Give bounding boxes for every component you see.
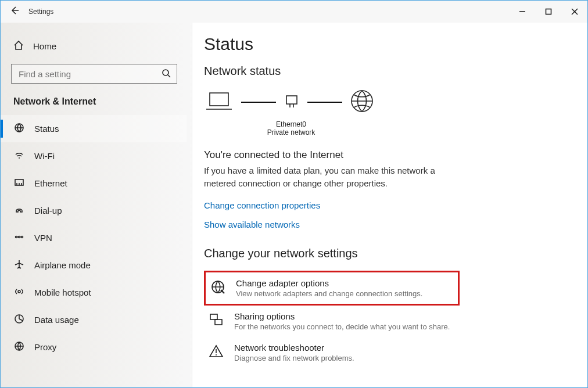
svg-rect-15 [210,93,228,106]
sidebar-item-label: Wi-Fi [34,151,55,161]
sharing-icon [209,311,225,331]
search-field[interactable] [17,69,162,80]
row-desc: View network adapters and change connect… [236,289,422,298]
adapter-options-icon [210,278,227,298]
back-button[interactable] [1,5,28,18]
svg-point-9 [16,236,17,238]
row-title: Change adapter options [236,278,422,288]
troubleshooter-icon [209,343,225,362]
search-input[interactable] [11,64,177,84]
sidebar-item-label: Data usage [34,315,79,325]
sidebar: Home Network & Internet Status Wi-Fi [1,23,192,387]
sidebar-item-ethernet[interactable]: Ethernet [1,170,187,197]
globe-icon [13,123,25,135]
change-settings-heading: Change your network settings [204,247,570,260]
connected-description: If you have a limited data plan, you can… [204,164,448,190]
row-desc: For the networks you connect to, decide … [234,322,450,331]
home-label: Home [33,41,56,51]
dialup-icon [13,204,25,217]
maximize-button[interactable] [535,1,561,23]
home-icon [13,40,24,52]
sidebar-item-airplane[interactable]: Airplane mode [1,252,187,279]
sidebar-item-hotspot[interactable]: Mobile hotspot [1,279,187,306]
close-button[interactable] [561,1,587,23]
adapter-name: Ethernet0 [204,120,378,128]
svg-line-5 [168,75,170,77]
window-titlebar: Settings [1,1,587,23]
svg-point-7 [19,157,20,159]
change-connection-properties-link[interactable]: Change connection properties [204,200,570,210]
wifi-icon [13,150,25,162]
svg-point-11 [21,236,23,238]
search-icon [162,69,171,80]
page-title: Status [204,34,570,54]
vpn-icon [13,232,25,244]
svg-point-4 [163,70,168,76]
svg-rect-20 [215,319,222,325]
window-title: Settings [28,8,53,16]
internet-globe-icon [349,88,375,116]
sidebar-item-proxy[interactable]: Proxy [1,333,187,361]
proxy-icon [13,341,25,353]
svg-rect-1 [546,9,551,15]
sidebar-item-label: Airplane mode [34,260,91,270]
hotspot-icon [13,286,25,299]
sidebar-item-label: VPN [34,233,52,243]
airplane-icon [13,259,25,271]
laptop-icon [204,89,234,114]
change-adapter-options-row[interactable]: Change adapter options View network adap… [204,271,460,306]
sidebar-item-wifi[interactable]: Wi-Fi [1,142,187,170]
datausage-icon [13,314,25,326]
sidebar-section-title: Network & Internet [1,89,187,110]
sharing-options-row[interactable]: Sharing options For the networks you con… [204,306,460,337]
sidebar-item-datausage[interactable]: Data usage [1,306,187,333]
row-desc: Diagnose and fix network problems. [234,354,354,362]
row-title: Network troubleshooter [234,343,354,353]
sidebar-item-label: Proxy [34,342,56,352]
sidebar-item-label: Ethernet [34,178,67,188]
row-title: Sharing options [234,311,450,321]
connected-heading: You're connected to the Internet [204,149,570,161]
network-troubleshooter-row[interactable]: Network troubleshooter Diagnose and fix … [204,337,460,368]
sidebar-item-status[interactable]: Status [1,115,187,142]
network-type: Private network [204,128,378,136]
sidebar-item-label: Mobile hotspot [34,288,91,297]
svg-rect-16 [286,96,297,104]
main-content: Status Network status Ethernet0 Private … [192,23,587,387]
adapter-icon [283,92,300,112]
show-available-networks-link[interactable]: Show available networks [204,220,570,229]
svg-point-10 [19,236,20,238]
sidebar-item-label: Dial-up [34,206,62,215]
svg-point-12 [18,290,20,293]
svg-point-22 [216,354,217,355]
network-diagram [204,88,570,116]
sidebar-item-dialup[interactable]: Dial-up [1,197,187,224]
svg-rect-19 [210,314,217,319]
sidebar-item-label: Status [34,124,59,134]
minimize-button[interactable] [509,1,535,23]
home-link[interactable]: Home [1,34,187,58]
sidebar-item-vpn[interactable]: VPN [1,224,187,252]
network-status-heading: Network status [204,64,570,78]
ethernet-icon [13,177,25,189]
